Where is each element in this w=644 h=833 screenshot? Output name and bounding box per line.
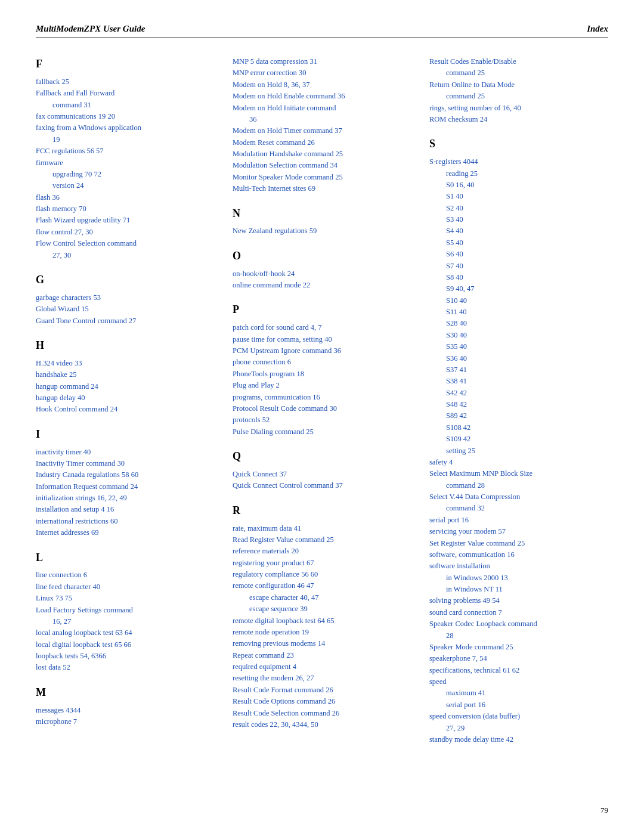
index-entry[interactable]: command 28 — [429, 480, 608, 491]
index-entry[interactable]: Result Codes Enable/Disable — [429, 56, 608, 67]
index-entry[interactable]: S11 40 — [429, 306, 608, 318]
index-entry[interactable]: serial port 16 — [429, 699, 608, 711]
index-entry[interactable]: Speaker Mode command 25 — [429, 642, 608, 653]
index-entry[interactable]: reading 25 — [429, 168, 608, 179]
index-entry[interactable]: Internet addresses 69 — [36, 527, 215, 538]
index-entry[interactable]: S8 40 — [429, 272, 608, 283]
index-entry[interactable]: Select Maximum MNP Block Size — [429, 468, 608, 479]
index-entry[interactable]: S1 40 — [429, 191, 608, 202]
index-entry[interactable]: resetting the modem 26, 27 — [233, 673, 411, 684]
index-entry[interactable]: 27, 29 — [429, 723, 608, 734]
index-entry[interactable]: required equipment 4 — [233, 661, 411, 673]
index-entry[interactable]: inactivity timer 40 — [36, 447, 215, 458]
index-entry[interactable]: S37 41 — [429, 364, 608, 376]
index-entry[interactable]: Result Code Options command 26 — [233, 696, 411, 707]
index-entry[interactable]: 36 — [233, 114, 411, 125]
index-entry[interactable]: Result Code Selection command 26 — [233, 708, 411, 719]
index-entry[interactable]: Guard Tone Control command 27 — [36, 315, 215, 327]
index-entry[interactable]: registering your product 67 — [233, 558, 411, 569]
index-entry[interactable]: initialization strings 16, 22, 49 — [36, 493, 215, 504]
index-entry[interactable]: local analog loopback test 63 64 — [36, 627, 215, 639]
index-entry[interactable]: S10 40 — [429, 295, 608, 306]
index-entry[interactable]: 16, 27 — [36, 616, 215, 627]
index-entry[interactable]: microphone 7 — [36, 716, 215, 727]
index-entry[interactable]: S7 40 — [429, 261, 608, 272]
index-entry[interactable]: S6 40 — [429, 249, 608, 260]
index-entry[interactable]: S108 42 — [429, 422, 608, 433]
index-entry[interactable]: Quick Connect Control command 37 — [233, 480, 411, 491]
index-entry[interactable]: result codes 22, 30, 4344, 50 — [233, 719, 411, 730]
index-entry[interactable]: S2 40 — [429, 203, 608, 214]
index-entry[interactable]: Modem Reset command 26 — [233, 137, 411, 148]
index-entry[interactable]: S42 42 — [429, 388, 608, 399]
index-entry[interactable]: flash 36 — [36, 192, 215, 203]
index-entry[interactable]: Hook Control command 24 — [36, 404, 215, 415]
index-entry[interactable]: Select V.44 Data Compression — [429, 491, 608, 503]
index-entry[interactable]: Global Wizard 15 — [36, 304, 215, 315]
index-entry[interactable]: firmware — [36, 157, 215, 169]
index-entry[interactable]: maximum 41 — [429, 688, 608, 699]
index-entry[interactable]: S5 40 — [429, 237, 608, 249]
index-entry[interactable]: Monitor Speaker Mode command 25 — [233, 172, 411, 183]
index-entry[interactable]: S3 40 — [429, 214, 608, 225]
index-entry[interactable]: rings, setting number of 16, 40 — [429, 103, 608, 114]
index-entry[interactable]: programs, communication 16 — [233, 392, 411, 403]
index-entry[interactable]: loopback tests 54, 6366 — [36, 651, 215, 662]
index-entry[interactable]: S9 40, 47 — [429, 283, 608, 295]
index-entry[interactable]: S109 42 — [429, 433, 608, 445]
index-entry[interactable]: safety 4 — [429, 457, 608, 468]
index-entry[interactable]: remote node operation 19 — [233, 627, 411, 638]
index-entry[interactable]: in Windows 2000 13 — [429, 572, 608, 584]
index-entry[interactable]: MNP error correction 30 — [233, 67, 411, 79]
index-entry[interactable]: serial port 16 — [429, 515, 608, 526]
index-entry[interactable]: command 31 — [36, 100, 215, 111]
index-entry[interactable]: setting 25 — [429, 445, 608, 457]
index-entry[interactable]: international restrictions 60 — [36, 516, 215, 527]
index-entry[interactable]: Pulse Dialing command 25 — [233, 426, 411, 438]
index-entry[interactable]: command 25 — [429, 91, 608, 102]
index-entry[interactable]: local digital loopback test 65 66 — [36, 639, 215, 651]
index-entry[interactable]: Modem on Hold Timer command 37 — [233, 125, 411, 137]
index-entry[interactable]: software installation — [429, 561, 608, 572]
index-entry[interactable]: S89 42 — [429, 410, 608, 422]
index-entry[interactable]: escape character 40, 47 — [233, 592, 411, 603]
index-entry[interactable]: messages 4344 — [36, 705, 215, 716]
index-entry[interactable]: Modem on Hold Initiate command — [233, 103, 411, 114]
index-entry[interactable]: H.324 video 33 — [36, 358, 215, 369]
index-entry[interactable]: S-registers 4044 — [429, 156, 608, 168]
index-entry[interactable]: Set Register Value command 25 — [429, 538, 608, 549]
index-entry[interactable]: Result Code Format command 26 — [233, 685, 411, 696]
index-entry[interactable]: S35 40 — [429, 341, 608, 352]
index-entry[interactable]: Industry Canada regulations 58 60 — [36, 469, 215, 481]
index-entry[interactable]: 28 — [429, 630, 608, 642]
index-entry[interactable]: removing previous modems 14 — [233, 638, 411, 649]
index-entry[interactable]: speakerphone 7, 54 — [429, 653, 608, 664]
index-entry[interactable]: FCC regulations 56 57 — [36, 145, 215, 157]
index-entry[interactable]: Flash Wizard upgrade utility 71 — [36, 215, 215, 226]
index-entry[interactable]: hangup delay 40 — [36, 392, 215, 404]
index-entry[interactable]: Plug and Play 2 — [233, 380, 411, 391]
index-entry[interactable]: 19 — [36, 134, 215, 145]
index-entry[interactable]: Modem on Hold Enable command 36 — [233, 91, 411, 102]
index-entry[interactable]: 27, 30 — [36, 250, 215, 261]
index-entry[interactable]: line connection 6 — [36, 569, 215, 581]
index-entry[interactable]: S38 41 — [429, 376, 608, 387]
index-entry[interactable]: upgrading 70 72 — [36, 169, 215, 180]
index-entry[interactable]: servicing your modem 57 — [429, 526, 608, 537]
index-entry[interactable]: Modulation Handshake command 25 — [233, 148, 411, 160]
index-entry[interactable]: on-hook/off-hook 24 — [233, 268, 411, 280]
index-entry[interactable]: New Zealand regulations 59 — [233, 225, 411, 237]
index-entry[interactable]: patch cord for sound card 4, 7 — [233, 322, 411, 333]
index-entry[interactable]: regulatory compliance 56 60 — [233, 569, 411, 580]
index-entry[interactable]: S36 40 — [429, 353, 608, 364]
index-entry[interactable]: S28 40 — [429, 318, 608, 329]
index-entry[interactable]: installation and setup 4 16 — [36, 504, 215, 515]
index-entry[interactable]: sound card connection 7 — [429, 607, 608, 618]
index-entry[interactable]: handshake 25 — [36, 369, 215, 380]
index-entry[interactable]: fallback 25 — [36, 76, 215, 88]
index-entry[interactable]: line feed character 40 — [36, 581, 215, 593]
index-entry[interactable]: Flow Control Selection command — [36, 238, 215, 249]
index-entry[interactable]: in Windows NT 11 — [429, 584, 608, 595]
index-entry[interactable]: PhoneTools program 18 — [233, 368, 411, 380]
index-entry[interactable]: solving problems 49 54 — [429, 595, 608, 606]
